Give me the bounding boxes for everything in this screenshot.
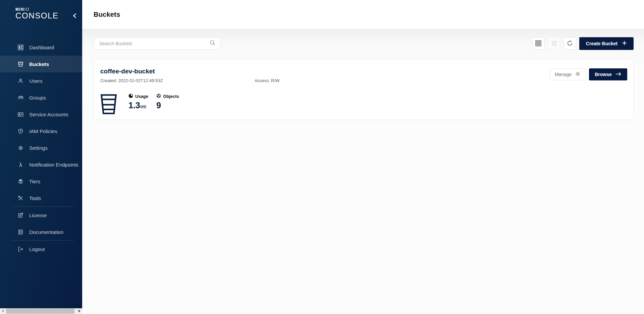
sidebar-menu: Dashboard Buckets Users Groups: [0, 39, 82, 257]
sidebar-item-label: Logout: [29, 246, 45, 252]
usage-label-row: Usage: [128, 93, 148, 99]
objects-value: 9: [156, 101, 179, 110]
service-accounts-icon: [17, 111, 24, 118]
usage-metric: Usage 1.3MB: [128, 93, 148, 111]
lambda-icon: λ: [17, 162, 24, 168]
search-box[interactable]: [94, 38, 220, 50]
sidebar-item-notification-endpoints[interactable]: λ Notification Endpoints: [0, 156, 82, 173]
plus-icon: [622, 41, 627, 47]
content-area: Create Bucket coffee-dev-bucket Created:…: [82, 29, 644, 314]
chevron-left-icon: [72, 13, 76, 20]
manage-gear-icon: [575, 71, 581, 78]
sidebar-item-label: Tiers: [29, 179, 40, 184]
objects-icon: [156, 93, 161, 99]
bucket-created: Created: 2022-01-02T12:49:53Z: [100, 78, 163, 83]
sidebar-item-users[interactable]: Users: [0, 72, 82, 89]
page-title: Buckets: [94, 11, 120, 18]
usage-value: 1.3MB: [128, 101, 148, 111]
sidebar-item-tiers[interactable]: Tiers: [0, 173, 82, 190]
arrow-right-icon: [615, 72, 622, 77]
delete-buckets-icon: [551, 40, 557, 48]
documentation-book-icon: [17, 229, 24, 235]
scrollbar-right-arrow-icon[interactable]: [78, 310, 80, 312]
logout-icon: [17, 246, 24, 252]
sidebar-item-label: Buckets: [29, 61, 49, 67]
buckets-icon: [17, 61, 24, 67]
sidebar-item-license[interactable]: License: [0, 207, 82, 224]
grid-view-button[interactable]: [532, 37, 545, 50]
sidebar-item-label: IAM Policies: [29, 128, 57, 134]
sidebar: MINIO CONSOLE Dashboard Buckets: [0, 0, 82, 308]
sidebar-item-logout[interactable]: Logout: [0, 241, 82, 257]
scrollbar-thumb[interactable]: [6, 309, 74, 314]
bucket-large-icon: [100, 93, 117, 116]
sidebar-item-buckets[interactable]: Buckets: [0, 56, 82, 72]
groups-icon: [17, 95, 24, 101]
objects-label: Objects: [163, 94, 179, 99]
usage-unit: MB: [140, 105, 147, 109]
objects-metric: Objects 9: [156, 93, 179, 110]
browse-button[interactable]: Browse: [589, 68, 627, 80]
refresh-icon: [567, 40, 573, 48]
settings-gear-icon: [17, 145, 24, 151]
bucket-metrics: Usage 1.3MB Objects 9: [100, 93, 627, 116]
browse-button-label: Browse: [595, 72, 612, 77]
sidebar-item-label: Dashboard: [29, 45, 54, 50]
bucket-meta-row: Created: 2022-01-02T12:49:53Z Access: R/…: [100, 78, 627, 83]
sidebar-item-label: Tools: [29, 195, 41, 201]
sidebar-item-label: Notification Endpoints: [29, 162, 78, 168]
usage-pie-icon: [128, 93, 133, 99]
bucket-card-buttons: Manage Browse: [549, 68, 627, 80]
sidebar-item-tools[interactable]: Tools: [0, 190, 82, 206]
delete-buckets-button: [548, 37, 560, 50]
create-bucket-label: Create Bucket: [586, 41, 618, 46]
sidebar-item-iam-policies[interactable]: IAM Policies: [0, 123, 82, 139]
app-logo: MINIO CONSOLE: [0, 0, 82, 29]
sidebar-item-label: Service Accounts: [29, 112, 68, 117]
manage-button[interactable]: Manage: [549, 68, 586, 80]
search-input[interactable]: [99, 41, 209, 47]
bucket-access: Access: R/W: [255, 78, 279, 83]
sidebar-item-label: Groups: [29, 95, 46, 101]
license-icon: [17, 212, 24, 218]
sidebar-item-label: Documentation: [29, 229, 63, 235]
objects-label-row: Objects: [156, 93, 179, 99]
users-icon: [17, 78, 24, 84]
grid-view-icon: [535, 40, 542, 48]
sidebar-item-groups[interactable]: Groups: [0, 89, 82, 106]
bucket-card: coffee-dev-bucket Created: 2022-01-02T12…: [94, 59, 634, 120]
manage-button-label: Manage: [555, 72, 572, 77]
sidebar-item-service-accounts[interactable]: Service Accounts: [0, 106, 82, 123]
sidebar-item-dashboard[interactable]: Dashboard: [0, 39, 82, 56]
sidebar-horizontal-scrollbar[interactable]: [0, 308, 82, 314]
sidebar-item-label: Settings: [29, 145, 48, 151]
search-icon: [209, 40, 216, 48]
page-header: Buckets: [82, 0, 644, 29]
create-bucket-button[interactable]: Create Bucket: [579, 37, 634, 50]
sidebar-collapse-button[interactable]: [71, 13, 78, 20]
usage-label: Usage: [135, 94, 148, 99]
refresh-button[interactable]: [564, 37, 576, 50]
bucket-name[interactable]: coffee-dev-bucket: [100, 68, 627, 75]
toolbar: Create Bucket: [94, 37, 634, 50]
dashboard-icon: [17, 44, 24, 51]
tiers-layers-icon: [17, 178, 24, 185]
sidebar-item-label: License: [29, 212, 47, 218]
scrollbar-left-arrow-icon[interactable]: [2, 310, 4, 312]
tools-icon: [17, 195, 24, 201]
usage-number: 1.3: [128, 101, 140, 110]
sidebar-item-documentation[interactable]: Documentation: [0, 224, 82, 240]
iam-policies-icon: [17, 128, 24, 134]
toolbar-actions: Create Bucket: [532, 37, 634, 50]
main-area: Buckets: [82, 0, 644, 314]
sidebar-column: MINIO CONSOLE Dashboard Buckets: [0, 0, 82, 314]
sidebar-item-label: Users: [29, 78, 43, 84]
sidebar-item-settings[interactable]: Settings: [0, 139, 82, 156]
